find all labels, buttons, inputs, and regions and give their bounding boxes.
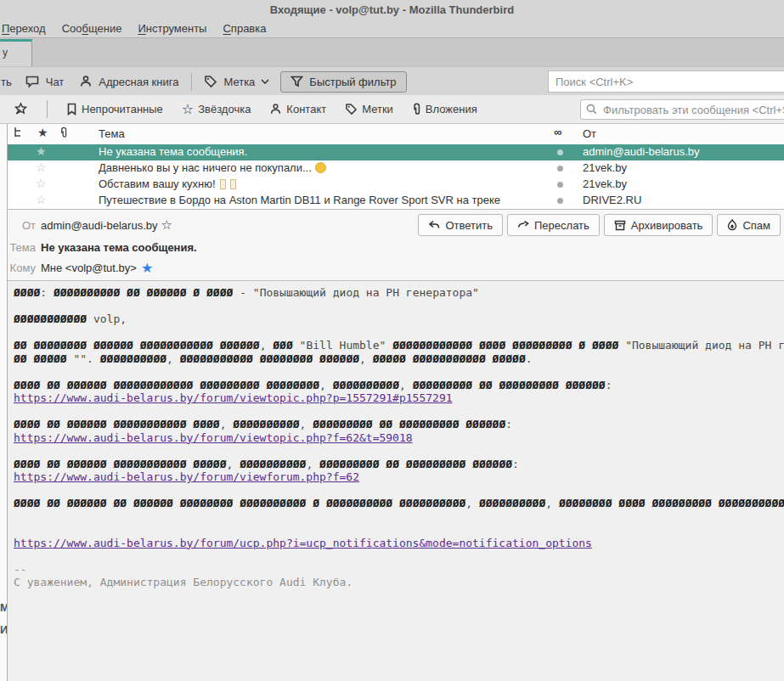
archive-button[interactable]: Архивировать <box>604 214 713 236</box>
tab-title-fragment: y <box>3 47 8 59</box>
chevron-down-icon <box>261 79 269 84</box>
row-star-icon[interactable]: ☆ <box>36 160 47 174</box>
thread-list-header[interactable]: ★ Тема ∞ От <box>0 124 784 145</box>
menu-item-message[interactable]: Сообщение <box>62 22 122 35</box>
message-filter-input[interactable] <box>580 99 784 120</box>
menu-item-help[interactable]: Справка <box>223 22 266 35</box>
read-dot[interactable] <box>557 166 563 172</box>
body-link-line: https://www.audi-belarus.by/forum/viewto… <box>14 431 784 445</box>
person-icon <box>269 103 282 115</box>
filterbar-separator <box>47 100 48 118</box>
funnel-icon <box>290 76 303 87</box>
body-line <box>14 484 784 498</box>
body-link-line: https://www.audi-belarus.by/forum/viewto… <box>14 391 784 405</box>
subject-column-header[interactable]: Тема <box>99 127 125 140</box>
body-link[interactable]: https://www.audi-belarus.by/forum/viewto… <box>14 391 453 404</box>
body-link-line: https://www.audi-belarus.by/forum/viewfo… <box>14 470 784 484</box>
quick-filter-toggle[interactable]: Быстрый фильтр <box>280 71 406 93</box>
global-search-input[interactable] <box>548 70 784 93</box>
chat-icon <box>25 76 40 88</box>
to-value[interactable]: Мне <volp@tut.by> <box>41 262 137 274</box>
from-value[interactable]: admin@audi-belarus.by <box>41 219 158 232</box>
menu-item-go[interactable]: Переход <box>2 22 46 35</box>
toolbar-separator <box>191 73 192 91</box>
menu-item-tools[interactable]: Инструменты <box>138 22 206 35</box>
body-line: ØØØØ ØØ ØØØØØØ ØØØØØØØØØØØ ØØØØ, ØØØØØØØ… <box>14 418 784 431</box>
body-link[interactable]: https://www.audi-belarus.by/forum/ucp.ph… <box>14 537 592 549</box>
body-line: ØØØØ: ØØØØØØØØØØ ØØ ØØØØØØ Ø ØØØØ - "Пов… <box>14 286 784 300</box>
reply-icon <box>428 220 440 231</box>
reply-button[interactable]: Ответить <box>418 214 503 236</box>
tag-icon <box>345 103 358 115</box>
body-line <box>14 510 784 524</box>
read-dot[interactable] <box>557 149 563 155</box>
bookmark-icon <box>66 103 77 115</box>
active-tab[interactable]: y <box>0 39 32 69</box>
body-line <box>14 444 784 458</box>
body-line: ØØ ØØØØØ "". ØØØØØØØØØØ, ØØØØØØØØØØØ ØØØ… <box>14 352 784 366</box>
row-subject: Не указана тема сообщения. <box>99 145 247 158</box>
star-icon: ☆ <box>182 104 194 115</box>
body-line <box>14 365 784 379</box>
pin-filter-button[interactable] <box>14 102 28 116</box>
body-line: ØØØØ ØØ ØØØØØØ ØØØØØØØØØØØ ØØØØØ, ØØØØØØ… <box>14 458 784 471</box>
attachment-column-icon[interactable] <box>59 127 68 139</box>
address-book-button[interactable]: Адресная книга <box>79 75 178 88</box>
row-from: 21vek.by <box>583 177 627 190</box>
mail-toolbar: ть Чат Адресная книга Метка Быстрый филь… <box>0 66 784 97</box>
row-subject: Путешествие в Бордо на Aston Martin DB11… <box>99 194 500 206</box>
archive-icon <box>614 220 626 231</box>
body-link[interactable]: https://www.audi-belarus.by/forum/viewto… <box>14 431 413 444</box>
get-mail-button-fragment[interactable]: ть <box>1 76 12 88</box>
search-icon <box>586 104 597 115</box>
address-book-icon <box>79 75 93 88</box>
body-link-line: https://www.audi-belarus.by/forum/ucp.ph… <box>14 537 784 550</box>
pin-star-icon <box>14 102 28 116</box>
table-row[interactable]: ☆Обставим вашу кухню!21vek.by <box>0 177 784 193</box>
message-body: ØØØØ: ØØØØØØØØØØ ØØ ØØØØØØ Ø ØØØØ - "Пов… <box>0 281 784 681</box>
star-toggle-icon[interactable]: ☆ <box>161 217 172 233</box>
tab-strip: y <box>0 37 784 67</box>
read-dot[interactable] <box>557 182 563 188</box>
read-dot[interactable] <box>557 198 563 204</box>
row-star-icon[interactable]: ☆ <box>36 177 47 190</box>
body-line: -- <box>14 563 784 577</box>
from-column-header[interactable]: От <box>583 127 596 140</box>
body-line: С уважением, Администрация Белорусского … <box>14 576 784 589</box>
spam-button[interactable]: Спам <box>717 214 781 236</box>
filter-tags-toggle[interactable]: Метки <box>345 103 393 115</box>
table-row[interactable]: ☆Путешествие в Бордо на Aston Martin DB1… <box>0 193 784 209</box>
tag-menu-button[interactable]: Метка <box>204 75 269 88</box>
filter-starred-toggle[interactable]: ☆ Звёздочка <box>182 103 251 115</box>
body-link[interactable]: https://www.audi-belarus.by/forum/viewfo… <box>14 470 359 483</box>
thread-column-icon[interactable] <box>14 127 24 138</box>
tag-icon <box>204 75 217 88</box>
filter-unread-toggle[interactable]: Непрочитанные <box>66 103 163 115</box>
table-row[interactable]: ★Не указана тема сообщения.admin@audi-be… <box>0 144 784 160</box>
row-subject: Давненько вы у нас ничего не покупали... <box>99 161 326 174</box>
body-line <box>14 405 784 419</box>
star-column-icon[interactable]: ★ <box>37 126 48 139</box>
tofu-box <box>230 179 236 189</box>
tofu-box <box>220 179 226 189</box>
body-line: ØØØØ ØØ ØØØØØØ ØØØØØØØØØØØØ ØØØØØØØØØ ØØ… <box>14 379 784 392</box>
body-line <box>14 523 784 537</box>
read-column-icon[interactable]: ∞ <box>554 126 561 138</box>
table-row[interactable]: ☆Давненько вы у нас ничего не покупали..… <box>0 160 784 177</box>
chat-button[interactable]: Чат <box>25 76 65 88</box>
window-title: Входящие - volp@tut.by - Mozilla Thunder… <box>270 3 514 16</box>
filter-attachments-toggle[interactable]: Вложения <box>412 103 477 116</box>
subject-value: Не указана тема сообщения. <box>41 241 197 254</box>
paperclip-icon <box>412 103 421 116</box>
window-titlebar: Входящие - volp@tut.by - Mozilla Thunder… <box>0 0 784 19</box>
to-star-icon: ★ <box>141 260 153 276</box>
forward-button[interactable]: Переслать <box>507 214 600 236</box>
body-line: ØØØØØØØØØØØ volp, <box>14 312 784 326</box>
filter-contact-toggle[interactable]: Контакт <box>269 103 326 115</box>
row-star-icon[interactable]: ★ <box>36 144 47 158</box>
row-from: 21vek.by <box>583 161 627 174</box>
folder-label-fragment-2: И <box>0 623 8 636</box>
body-line <box>14 549 784 563</box>
message-header: От admin@audi-belarus.by ☆ Тема Не указа… <box>0 209 784 281</box>
folder-pane-sliver[interactable]: М И <box>0 124 8 681</box>
